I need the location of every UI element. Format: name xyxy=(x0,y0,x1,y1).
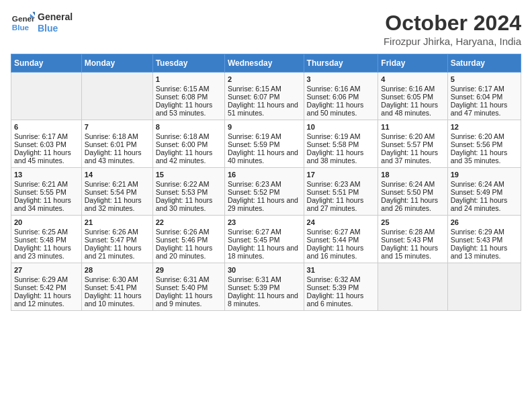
calendar-cell: 18Sunrise: 6:24 AMSunset: 5:50 PMDayligh… xyxy=(378,168,447,216)
cell-info: Sunrise: 6:27 AM xyxy=(307,228,375,236)
logo-line1: General xyxy=(38,11,73,22)
day-number: 23 xyxy=(228,218,301,226)
cell-info: Sunset: 5:58 PM xyxy=(307,140,375,148)
cell-info: Sunrise: 6:28 AM xyxy=(381,228,444,236)
cell-info: Daylight: 11 hours and 29 minutes. xyxy=(228,196,301,212)
calendar-cell xyxy=(378,263,447,311)
cell-info: Sunrise: 6:19 AM xyxy=(307,132,375,140)
cell-info: Sunset: 5:46 PM xyxy=(156,236,222,244)
cell-info: Sunset: 6:06 PM xyxy=(307,93,375,101)
calendar-cell: 20Sunrise: 6:25 AMSunset: 5:48 PMDayligh… xyxy=(11,216,82,263)
calendar-cell: 26Sunrise: 6:29 AMSunset: 5:43 PMDayligh… xyxy=(447,216,521,263)
calendar-cell: 22Sunrise: 6:26 AMSunset: 5:46 PMDayligh… xyxy=(152,216,224,263)
cell-info: Sunset: 5:43 PM xyxy=(381,236,444,244)
calendar-cell xyxy=(81,73,152,120)
cell-info: Daylight: 11 hours and 38 minutes. xyxy=(307,148,375,165)
cell-info: Sunrise: 6:31 AM xyxy=(228,275,301,283)
day-number: 27 xyxy=(14,266,79,274)
cell-info: Sunset: 5:52 PM xyxy=(228,188,301,196)
cell-info: Daylight: 11 hours and 50 minutes. xyxy=(307,101,375,117)
days-header-row: SundayMondayTuesdayWednesdayThursdayFrid… xyxy=(11,54,521,73)
calendar-cell: 19Sunrise: 6:24 AMSunset: 5:49 PMDayligh… xyxy=(447,168,521,216)
calendar-cell: 2Sunrise: 6:15 AMSunset: 6:07 PMDaylight… xyxy=(224,73,304,120)
cell-info: Daylight: 11 hours and 53 minutes. xyxy=(156,101,222,117)
cell-info: Sunrise: 6:26 AM xyxy=(85,228,150,236)
cell-info: Sunrise: 6:17 AM xyxy=(451,85,518,93)
day-number: 20 xyxy=(14,218,79,226)
day-number: 21 xyxy=(85,218,150,226)
cell-info: Sunrise: 6:26 AM xyxy=(156,228,222,236)
cell-info: Daylight: 11 hours and 9 minutes. xyxy=(156,291,222,308)
cell-info: Sunset: 5:53 PM xyxy=(156,188,222,196)
cell-info: Sunrise: 6:31 AM xyxy=(156,275,222,283)
day-number: 2 xyxy=(228,75,301,83)
cell-info: Sunset: 5:45 PM xyxy=(228,236,301,244)
day-number: 6 xyxy=(14,123,79,131)
page-title: October 2024 xyxy=(384,11,521,36)
cell-info: Sunset: 5:50 PM xyxy=(381,188,444,196)
cell-info: Sunset: 5:56 PM xyxy=(451,140,518,148)
day-header-tuesday: Tuesday xyxy=(152,54,224,73)
cell-info: Daylight: 11 hours and 24 minutes. xyxy=(451,196,518,212)
day-header-thursday: Thursday xyxy=(304,54,378,73)
calendar-cell: 12Sunrise: 6:20 AMSunset: 5:56 PMDayligh… xyxy=(447,120,521,168)
cell-info: Daylight: 11 hours and 12 minutes. xyxy=(14,291,79,308)
day-number: 17 xyxy=(307,171,375,179)
calendar-cell: 13Sunrise: 6:21 AMSunset: 5:55 PMDayligh… xyxy=(11,168,82,216)
calendar-cell: 24Sunrise: 6:27 AMSunset: 5:44 PMDayligh… xyxy=(304,216,378,263)
cell-info: Sunrise: 6:23 AM xyxy=(307,180,375,188)
week-row-3: 13Sunrise: 6:21 AMSunset: 5:55 PMDayligh… xyxy=(11,168,521,216)
cell-info: Sunset: 6:03 PM xyxy=(14,140,79,148)
cell-info: Daylight: 11 hours and 15 minutes. xyxy=(381,244,444,260)
calendar-cell: 29Sunrise: 6:31 AMSunset: 5:40 PMDayligh… xyxy=(152,263,224,311)
day-number: 5 xyxy=(451,75,518,83)
day-number: 13 xyxy=(14,171,79,179)
calendar-cell: 14Sunrise: 6:21 AMSunset: 5:54 PMDayligh… xyxy=(81,168,152,216)
logo: General Blue General Blue xyxy=(11,11,73,35)
day-number: 28 xyxy=(85,266,150,274)
cell-info: Sunrise: 6:15 AM xyxy=(156,85,222,93)
cell-info: Sunset: 5:44 PM xyxy=(307,236,375,244)
cell-info: Sunset: 5:55 PM xyxy=(14,188,79,196)
cell-info: Sunrise: 6:15 AM xyxy=(228,85,301,93)
day-number: 16 xyxy=(228,171,301,179)
cell-info: Daylight: 11 hours and 40 minutes. xyxy=(228,148,301,165)
cell-info: Sunrise: 6:21 AM xyxy=(85,180,150,188)
calendar-cell: 8Sunrise: 6:18 AMSunset: 6:00 PMDaylight… xyxy=(152,120,224,168)
day-header-monday: Monday xyxy=(81,54,152,73)
page-header: General Blue General Blue October 2024 F… xyxy=(11,11,521,47)
cell-info: Daylight: 11 hours and 21 minutes. xyxy=(85,244,150,260)
day-number: 24 xyxy=(307,218,375,226)
cell-info: Sunset: 5:41 PM xyxy=(85,283,150,291)
cell-info: Daylight: 11 hours and 16 minutes. xyxy=(307,244,375,260)
calendar-cell: 25Sunrise: 6:28 AMSunset: 5:43 PMDayligh… xyxy=(378,216,447,263)
cell-info: Sunrise: 6:20 AM xyxy=(451,132,518,140)
calendar-cell: 17Sunrise: 6:23 AMSunset: 5:51 PMDayligh… xyxy=(304,168,378,216)
cell-info: Sunset: 5:51 PM xyxy=(307,188,375,196)
cell-info: Sunrise: 6:20 AM xyxy=(381,132,444,140)
calendar-cell: 16Sunrise: 6:23 AMSunset: 5:52 PMDayligh… xyxy=(224,168,304,216)
cell-info: Sunrise: 6:30 AM xyxy=(85,275,150,283)
cell-info: Sunrise: 6:16 AM xyxy=(307,85,375,93)
cell-info: Sunset: 5:54 PM xyxy=(85,188,150,196)
cell-info: Daylight: 11 hours and 26 minutes. xyxy=(381,196,444,212)
calendar-cell: 31Sunrise: 6:32 AMSunset: 5:39 PMDayligh… xyxy=(304,263,378,311)
calendar-cell xyxy=(11,73,82,120)
page-subtitle: Firozpur Jhirka, Haryana, India xyxy=(384,36,521,47)
calendar-cell: 23Sunrise: 6:27 AMSunset: 5:45 PMDayligh… xyxy=(224,216,304,263)
cell-info: Sunset: 5:43 PM xyxy=(451,236,518,244)
title-section: October 2024 Firozpur Jhirka, Haryana, I… xyxy=(384,11,521,47)
day-number: 4 xyxy=(381,75,444,83)
cell-info: Sunset: 6:05 PM xyxy=(381,93,444,101)
calendar-cell xyxy=(447,263,521,311)
cell-info: Sunset: 6:08 PM xyxy=(156,93,222,101)
cell-info: Daylight: 11 hours and 34 minutes. xyxy=(14,196,79,212)
cell-info: Daylight: 11 hours and 43 minutes. xyxy=(85,148,150,165)
cell-info: Sunrise: 6:21 AM xyxy=(14,180,79,188)
week-row-4: 20Sunrise: 6:25 AMSunset: 5:48 PMDayligh… xyxy=(11,216,521,263)
cell-info: Sunrise: 6:16 AM xyxy=(381,85,444,93)
calendar-cell: 30Sunrise: 6:31 AMSunset: 5:39 PMDayligh… xyxy=(224,263,304,311)
calendar-cell: 9Sunrise: 6:19 AMSunset: 5:59 PMDaylight… xyxy=(224,120,304,168)
cell-info: Daylight: 11 hours and 10 minutes. xyxy=(85,291,150,308)
cell-info: Daylight: 11 hours and 42 minutes. xyxy=(156,148,222,165)
